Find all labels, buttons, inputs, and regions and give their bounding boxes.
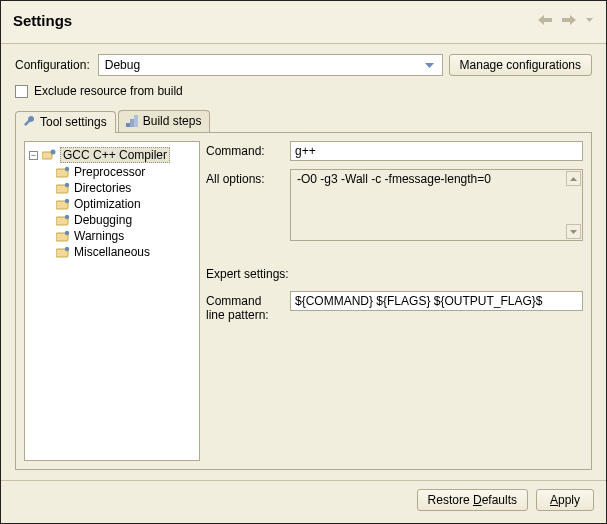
exclude-row: Exclude resource from build (15, 84, 592, 98)
all-options-value: -O0 -g3 -Wall -c -fmessage-length=0 (297, 172, 491, 186)
tree-node-label: Warnings (74, 229, 124, 243)
folder-icon (55, 165, 71, 179)
tree-node-label: Optimization (74, 197, 141, 211)
footer: Restore Defaults Apply (1, 480, 606, 523)
folder-icon (55, 245, 71, 259)
svg-point-10 (65, 199, 69, 203)
svg-rect-1 (130, 119, 134, 127)
tree-item-miscellaneous[interactable]: Miscellaneous (53, 244, 197, 260)
tree-node-label: Miscellaneous (74, 245, 150, 259)
exclude-label: Exclude resource from build (34, 84, 183, 98)
pattern-row: Command line pattern: (206, 291, 583, 322)
page-title: Settings (13, 12, 530, 29)
chevron-down-icon (422, 63, 438, 68)
svg-rect-0 (126, 123, 130, 127)
configuration-label: Configuration: (15, 58, 90, 72)
all-options-textarea[interactable]: -O0 -g3 -Wall -c -fmessage-length=0 (290, 169, 583, 241)
folder-icon (55, 213, 71, 227)
nav-forward-icon[interactable] (560, 11, 578, 29)
body: Configuration: Debug Manage configuratio… (1, 44, 606, 480)
svg-point-4 (51, 150, 56, 155)
scrollbar[interactable] (566, 171, 581, 239)
scroll-down-icon[interactable] (566, 224, 581, 239)
titlebar: Settings (1, 1, 606, 44)
restore-defaults-button[interactable]: Restore Defaults (417, 489, 528, 511)
tree-node-label: Debugging (74, 213, 132, 227)
configuration-row: Configuration: Debug Manage configuratio… (15, 54, 592, 76)
tab-build-steps[interactable]: Build steps (118, 110, 211, 132)
exclude-checkbox[interactable] (15, 85, 28, 98)
svg-rect-3 (42, 152, 52, 159)
tree-item-optimization[interactable]: Optimization (53, 196, 197, 212)
collapse-icon[interactable]: − (29, 151, 38, 160)
svg-point-12 (65, 215, 69, 219)
tree-item-directories[interactable]: Directories (53, 180, 197, 196)
configuration-select[interactable]: Debug (98, 54, 443, 76)
tree-pane[interactable]: − GCC C++ Compiler Preprocessor Director… (24, 141, 200, 461)
command-input[interactable] (290, 141, 583, 161)
tab-tool-settings[interactable]: Tool settings (15, 111, 116, 133)
tree-root-gcc-compiler[interactable]: − GCC C++ Compiler (27, 146, 197, 164)
settings-window: Settings Configuration: Debug Manage con… (0, 0, 607, 524)
all-options-row: All options: -O0 -g3 -Wall -c -fmessage-… (206, 169, 583, 241)
folder-icon (55, 181, 71, 195)
nav-back-icon[interactable] (536, 11, 554, 29)
command-line-pattern-input[interactable] (290, 291, 583, 311)
svg-point-6 (65, 167, 69, 171)
pattern-label: Command line pattern: (206, 291, 284, 322)
wrench-icon (22, 115, 36, 129)
svg-point-8 (65, 183, 69, 187)
svg-point-14 (65, 231, 69, 235)
form-pane: Command: All options: -O0 -g3 -Wall -c -… (204, 141, 583, 461)
tree-item-debugging[interactable]: Debugging (53, 212, 197, 228)
expert-settings-title: Expert settings: (206, 267, 583, 281)
tree-children: Preprocessor Directories Optimization De… (53, 164, 197, 260)
svg-point-16 (65, 247, 69, 251)
tool-icon (41, 148, 57, 162)
command-row: Command: (206, 141, 583, 161)
all-options-label: All options: (206, 169, 284, 186)
folder-icon (55, 197, 71, 211)
tree-node-label: Preprocessor (74, 165, 145, 179)
svg-rect-2 (134, 115, 138, 127)
steps-icon (125, 114, 139, 128)
tree-node-label: GCC C++ Compiler (60, 147, 170, 163)
manage-configurations-button[interactable]: Manage configurations (449, 54, 592, 76)
tab-label: Build steps (143, 114, 202, 128)
tree-node-label: Directories (74, 181, 131, 195)
tab-label: Tool settings (40, 115, 107, 129)
nav-menu-caret-icon[interactable] (584, 11, 594, 29)
tool-settings-panel: − GCC C++ Compiler Preprocessor Director… (15, 132, 592, 470)
tree-item-preprocessor[interactable]: Preprocessor (53, 164, 197, 180)
command-label: Command: (206, 141, 284, 158)
tree-item-warnings[interactable]: Warnings (53, 228, 197, 244)
apply-button[interactable]: Apply (536, 489, 594, 511)
configuration-value: Debug (105, 58, 140, 72)
tabs: Tool settings Build steps (15, 110, 592, 132)
scroll-up-icon[interactable] (566, 171, 581, 186)
folder-icon (55, 229, 71, 243)
